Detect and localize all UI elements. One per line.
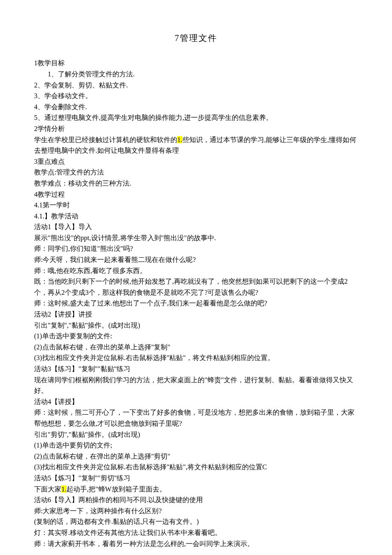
text-span: 活动6【导入】两粕操作的相同与不同.以及快捷键的使用: [34, 496, 203, 503]
paragraph: (3)找出相应文件夹并定位鼠标.右击鼠标选择"粘贴",将文件粘贴到相应的位置C: [34, 462, 358, 473]
paragraph: (1)单击选中要复制的文件:: [34, 331, 358, 342]
paragraph: 4、学会删除文件.: [34, 102, 358, 113]
text-span: 4.1第一学时: [34, 201, 70, 209]
paragraph: 展示"熊出没"的ppt,设计情景,将学生带入到"熊出没"的故事中.: [34, 232, 358, 244]
highlighted-text: 1.: [177, 136, 182, 143]
paragraph: 师:大家思考一下，这两种操作有什么区别?: [34, 506, 358, 517]
text-span: (2)点击鼠标右键，在弹出的菜单上选择"剪切": [34, 453, 170, 460]
text-span: 引出"复制","黏贴"操作。(成对出现): [34, 322, 140, 329]
paragraph: 1教学目标: [34, 58, 358, 69]
paragraph: (复制的话，两边都有文件.黏贴的话,只有一边有文件。): [34, 516, 358, 527]
text-span: 2学情分析: [34, 125, 65, 132]
paragraph: 活动2【讲授】讲授: [34, 309, 358, 320]
paragraph: (3)找出相应文件夹并定位鼠标.右击鼠标选择"粘贴"，将文件粘贴到相应的位置。: [34, 352, 358, 363]
text-span: 师：哦,他在吃东西,看吃了很多东西。: [34, 267, 147, 274]
paragraph: 教学点:管理文件的方法: [34, 167, 358, 178]
paragraph: 活动3【练习】"复制""黏贴"练习: [34, 363, 358, 375]
paragraph: 4教学过程: [34, 189, 358, 200]
text-span: 学生在学校里已经接触过计算机的硬软和软件的: [34, 136, 177, 143]
text-span: (2)点击鼠标右键，在弹出的菜单上选择"复制": [34, 343, 170, 351]
paragraph: 师：这时候，熊二可开心了，一下变出了好多的食物，可是没地方，想把多出来的食物，放…: [34, 407, 358, 429]
paragraph: 下面大家1.起动手,把"蜂W放到箱子里面去。: [34, 484, 358, 495]
paragraph: 3重点难点: [34, 156, 358, 167]
text-span: 活动3【练习】"复制""黏贴"练习: [34, 365, 130, 372]
highlighted-text: 1.: [61, 485, 66, 493]
text-span: 教学难点：移动文件的三种方法.: [34, 180, 131, 187]
text-span: 师：这时候,盛大走了过来.他想出了一个点子,我们来一起看看他是怎么做的吧?: [34, 299, 267, 307]
paragraph: 活动5【炼习】"复制""剪切"练习: [34, 473, 358, 484]
paragraph: (2)点击鼠标右键，在弹出的菜单上选择"剪切": [34, 451, 358, 462]
paragraph: 师：这时候,盛大走了过来.他想出了一个点子,我们来一起看看他是怎么做的吧?: [34, 298, 358, 309]
paragraph: 1、了解分类管理文件的方法.: [34, 69, 358, 80]
document-title: 7管理文件: [34, 31, 358, 45]
paragraph: 师:今天呀，我们就来一起来看看熊二现在在做什么呢?: [34, 254, 358, 265]
paragraph: 活动1【导入】导入: [34, 221, 358, 232]
text-span: 起动手,把"蜂W放到箱子里面去。: [66, 485, 166, 493]
paragraph: 学生在学校里已经接触过计算机的硬软和软件的1.些知识，通过本节课的学习,能够让三…: [34, 134, 358, 156]
text-span: 2、学会复制、剪切、粘贴文件.: [34, 81, 128, 89]
paragraph: 师：同学们,你们知道"熊出没"吗?: [34, 243, 358, 254]
paragraph: 教学难点：移动文件的三种方法.: [34, 178, 358, 189]
text-span: 现在请同学们根裾刚刚我们学习的方法，把大家桌面上的"蜂责"文件，进行复制、黏贴。…: [34, 376, 353, 395]
paragraph: 4.1.】教学活动: [34, 211, 358, 222]
text-span: 活动1【导入】导入: [34, 223, 92, 230]
paragraph: (1)单击选中要剪切的文件;: [34, 440, 358, 451]
text-span: 3、学会移动文件。: [34, 92, 92, 99]
text-span: (3)找出相应文件夹并定位鼠标.右击鼠标选择"粘贴",将文件粘贴到相应的位置C: [34, 463, 267, 471]
text-span: 师：请大家蓟开书本，看着另一种方法是怎么样的,一会叫同学上来演示。: [34, 540, 254, 547]
text-span: 活动5【炼习】"复制""剪切"练习: [34, 474, 130, 482]
text-span: 1、了解分类管理文件的方法.: [48, 70, 135, 78]
text-span: 引出"剪切","黏贴"操作。(成对出现): [34, 431, 140, 438]
paragraph: 既：当他吃到只剩下一个的时候,他开始发愁了,再吃就没有了，他突然想到如果可以把剩…: [34, 276, 358, 298]
text-span: 下面大家: [34, 485, 61, 493]
paragraph: 师：请大家蓟开书本，看着另一种方法是怎么样的,一会叫同学上来演示。: [34, 538, 358, 549]
paragraph: 师：哦,他在吃东西,看吃了很多东西。: [34, 265, 358, 276]
text-span: 师:今天呀，我们就来一起来看看熊二现在在做什么呢?: [34, 256, 196, 263]
text-span: 展示"熊出没"的ppt,设计情景,将学生带入到"熊出没"的故事中.: [34, 234, 216, 241]
text-span: 活动4【讲授】: [34, 398, 78, 405]
text-span: 师：这时候，熊二可开心了，一下变出了好多的食物，可是没地方，想把多出来的食物，放…: [34, 409, 355, 427]
text-span: 师：同学们,你们知道"熊出没"吗?: [34, 245, 133, 252]
text-span: 既：当他吃到只剩下一个的时候,他开始发愁了,再吃就没有了，他突然想到如果可以把剩…: [34, 278, 348, 296]
paragraph: 4.1第一学时: [34, 200, 358, 211]
paragraph: 活动6【导入】两粕操作的相同与不同.以及快捷键的使用: [34, 494, 358, 506]
paragraph: 引出"复制","黏贴"操作。(成对出现): [34, 320, 358, 331]
text-span: 活动2【讲授】讲授: [34, 311, 92, 318]
text-span: 4教学过程: [34, 191, 65, 198]
text-span: 4.1.】教学活动: [34, 212, 78, 220]
text-span: (复制的话，两边都有文件.黏贴的话,只有一边有文件。): [34, 518, 199, 525]
text-span: 4、学会删除文件.: [34, 103, 87, 110]
text-span: 5、通过整理电脑文件,提高学生对电脑的操作能力,进一步提高学生的信息素养。: [34, 114, 273, 121]
paragraph: 引出"剪切","黏贴"操作。(成对出现): [34, 429, 358, 440]
paragraph: 2学情分析: [34, 123, 358, 134]
text-span: (1)单击选中要复制的文件:: [34, 332, 112, 340]
paragraph: 2、学会复制、剪切、粘贴文件.: [34, 80, 358, 91]
text-span: 师:大家思考一下，这两种操作有什么区别?: [34, 507, 162, 514]
text-span: 1教学目标: [34, 59, 65, 67]
document-body: 1教学目标1、了解分类管理文件的方法.2、学会复制、剪切、粘贴文件.3、学会移动…: [34, 58, 358, 549]
paragraph: 活动4【讲授】: [34, 396, 358, 407]
paragraph: (2)点击鼠标右键，在弹出的菜单上选择"复制": [34, 342, 358, 353]
paragraph: 灯：其实呀.移动文件还有其他方法.让我们从书本中来看看吧。: [34, 527, 358, 538]
text-span: 教学点:管理文件的方法: [34, 169, 104, 176]
text-span: (3)找出相应文件夹并定位鼠标.右击鼠标选择"粘贴"，将文件粘贴到相应的位置。: [34, 354, 274, 361]
paragraph: 现在请同学们根裾刚刚我们学习的方法，把大家桌面上的"蜂责"文件，进行复制、黏贴。…: [34, 375, 358, 396]
paragraph: 3、学会移动文件。: [34, 90, 358, 102]
text-span: 3重点难点: [34, 158, 65, 165]
text-span: 灯：其实呀.移动文件还有其他方法.让我们从书本中来看看吧。: [34, 529, 222, 536]
text-span: (1)单击选中要剪切的文件;: [34, 442, 112, 449]
paragraph: 5、通过整理电脑文件,提高学生对电脑的操作能力,进一步提高学生的信息素养。: [34, 112, 358, 123]
